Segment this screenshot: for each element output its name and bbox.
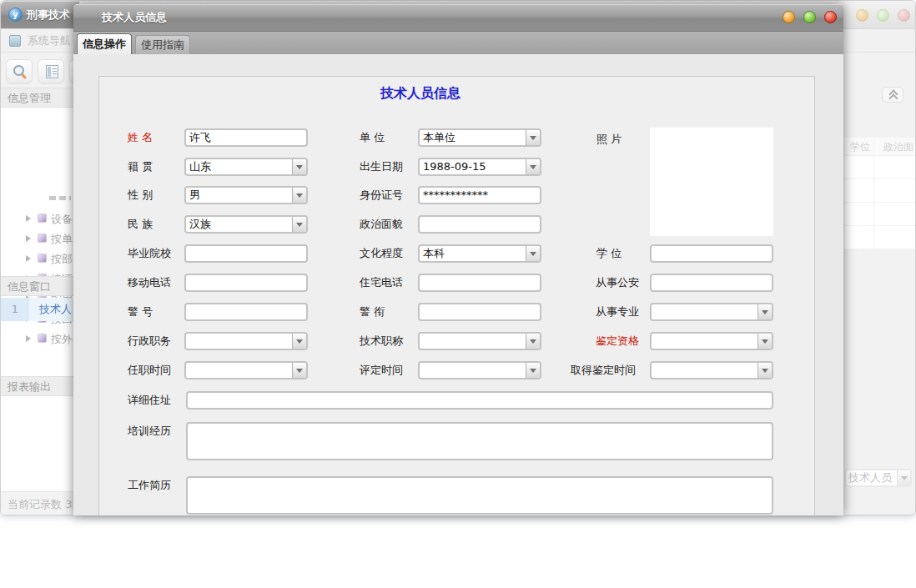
search-icon	[13, 64, 27, 78]
tree-item-partial	[49, 196, 71, 200]
app-title: 刑事技术	[27, 1, 70, 28]
id-number-input[interactable]: ************	[418, 186, 541, 204]
mobile-phone-label: 移动电话	[128, 274, 171, 292]
photo-box[interactable]	[650, 128, 773, 236]
training-label: 培训经历	[128, 422, 171, 440]
chevron-down-icon[interactable]	[292, 363, 306, 378]
screen: y 刑事技术 系统导航 信息管理 设备	[0, 0, 916, 588]
birth-date-label: 出生日期	[360, 158, 403, 176]
mobile-phone-input[interactable]	[184, 274, 308, 292]
chevron-down-icon[interactable]	[292, 217, 306, 232]
political-status-input[interactable]	[418, 215, 541, 234]
appraisal-qualification-label: 鉴定资格	[596, 332, 639, 350]
tech-title-select[interactable]	[418, 332, 541, 350]
chevron-down-icon[interactable]	[757, 304, 772, 319]
tenure-time-select[interactable]	[184, 361, 308, 379]
chevron-down-icon[interactable]	[526, 159, 540, 174]
chevron-down-icon[interactable]	[526, 334, 540, 349]
police-number-input[interactable]	[184, 303, 308, 321]
chevron-down-icon[interactable]	[292, 159, 306, 174]
profession-select[interactable]	[650, 303, 773, 321]
close-button[interactable]	[824, 11, 837, 23]
section-info-management[interactable]: 信息管理	[1, 88, 75, 108]
political-status-label: 政治面貌	[360, 215, 403, 234]
dialog-titlebar[interactable]: 技术人员信息	[73, 4, 843, 32]
chevron-down-icon[interactable]	[526, 246, 540, 261]
chevron-down-icon[interactable]	[526, 363, 540, 378]
maximize-button[interactable]	[803, 11, 816, 23]
form-panel: 技术人员信息 姓 名 许飞 单 位 本单位 照 片 籍 贯 山东 出生日期	[98, 76, 815, 515]
background-table-rows	[844, 156, 916, 249]
caret-right-icon[interactable]	[26, 335, 31, 342]
form-view-button[interactable]	[38, 59, 64, 83]
degree-input[interactable]	[650, 244, 773, 263]
training-textarea[interactable]	[186, 422, 773, 460]
education-label: 文化程度	[360, 244, 403, 263]
unit-select[interactable]: 本单位	[418, 128, 541, 147]
sidebar: 信息管理 设备 按单 按部 按证	[1, 88, 75, 515]
address-input[interactable]	[186, 391, 773, 410]
collapse-panel-button[interactable]	[882, 87, 903, 103]
chevron-down-icon[interactable]	[526, 130, 540, 145]
appraisal-qualification-select[interactable]	[650, 332, 773, 350]
form-icon	[46, 65, 58, 78]
home-phone-input[interactable]	[418, 274, 541, 292]
gender-label: 性 别	[128, 186, 153, 204]
qualification-time-label: 取得鉴定时间	[571, 361, 636, 379]
gender-select[interactable]: 男	[184, 186, 308, 204]
close-button-inactive[interactable]	[898, 9, 910, 22]
work-resume-textarea[interactable]	[186, 476, 773, 515]
column-degree: 学位	[850, 138, 870, 156]
name-input[interactable]: 许飞	[184, 128, 308, 147]
chevron-down-icon[interactable]	[757, 363, 772, 378]
record-count-status: 当前记录数 3	[1, 491, 75, 515]
police-rank-input[interactable]	[418, 303, 541, 321]
background-table-divider	[873, 138, 874, 249]
search-button[interactable]	[6, 59, 33, 83]
degree-label: 学 位	[596, 244, 622, 263]
tab-info-operation[interactable]: 信息操作	[77, 33, 132, 54]
admin-position-select[interactable]	[184, 332, 308, 350]
chevron-down-icon[interactable]	[292, 188, 306, 203]
public-security-service-input[interactable]	[650, 274, 773, 292]
native-place-select[interactable]: 山东	[184, 158, 308, 176]
record-type-select[interactable]: 技术人员	[844, 469, 912, 487]
wand-icon	[38, 234, 47, 243]
dialog-title: 技术人员信息	[102, 4, 167, 31]
chevron-down-icon[interactable]	[292, 334, 306, 349]
tree-item-by-unit[interactable]: 按单	[1, 231, 75, 248]
caret-right-icon[interactable]	[26, 255, 31, 262]
chevron-up-double-icon	[889, 91, 898, 101]
info-window-list-item[interactable]: 1 技术人	[1, 298, 75, 321]
minimize-button[interactable]	[783, 11, 795, 23]
background-table-header: 学位 政治面	[844, 138, 916, 156]
section-info-window[interactable]: 信息窗口	[1, 276, 75, 296]
education-select[interactable]: 本科	[418, 244, 541, 263]
profession-label: 从事专业	[596, 303, 639, 321]
tree-item-by-dept[interactable]: 按部	[1, 251, 75, 268]
system-nav-icon	[9, 35, 21, 47]
qualification-time-select[interactable]	[650, 361, 773, 379]
assessment-time-select[interactable]	[418, 361, 541, 379]
tree-item-by-external[interactable]: 按外	[1, 331, 75, 348]
dialog-content: 技术人员信息 姓 名 许飞 单 位 本单位 照 片 籍 贯 山东 出生日期	[73, 54, 843, 515]
tenure-time-label: 任职时间	[128, 361, 171, 379]
maximize-button-inactive[interactable]	[877, 9, 889, 22]
chevron-down-icon[interactable]	[897, 470, 910, 485]
native-place-label: 籍 贯	[128, 158, 153, 176]
minimize-button-inactive[interactable]	[856, 9, 868, 22]
graduate-school-input[interactable]	[184, 244, 308, 263]
app-logo-icon: y	[8, 8, 23, 22]
assessment-time-label: 评定时间	[360, 361, 403, 379]
caret-right-icon[interactable]	[26, 235, 31, 242]
section-report-output[interactable]: 报表输出	[1, 376, 75, 396]
tree-item-devices[interactable]: 设备	[1, 211, 75, 228]
system-nav-label[interactable]: 系统导航	[28, 29, 71, 53]
public-security-service-label: 从事公安	[596, 274, 639, 292]
caret-right-icon[interactable]	[26, 215, 31, 222]
chevron-down-icon[interactable]	[757, 334, 772, 349]
graduate-school-label: 毕业院校	[128, 244, 171, 263]
birth-date-select[interactable]: 1988-09-15	[418, 158, 541, 176]
tab-user-guide[interactable]: 使用指南	[135, 35, 190, 54]
ethnicity-select[interactable]: 汉族	[184, 215, 308, 234]
